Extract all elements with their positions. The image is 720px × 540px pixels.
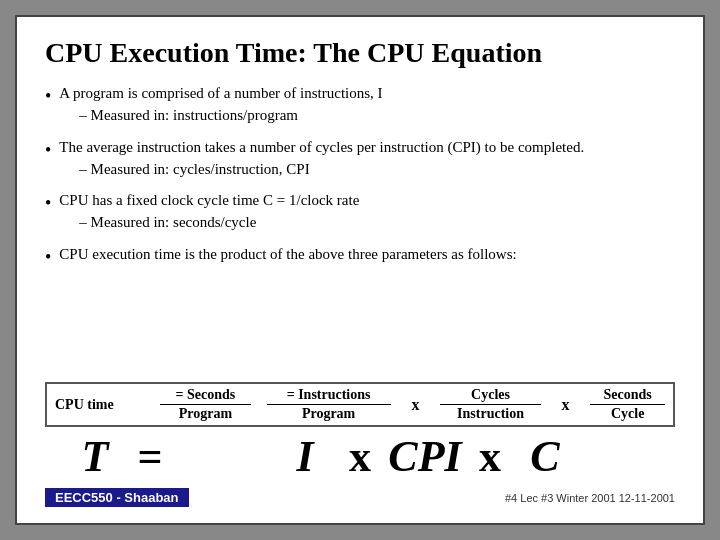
frac-top-3: Cycles — [440, 387, 540, 405]
frac-top-2: = Instructions — [267, 387, 391, 405]
bullet-section: • A program is comprised of a number of … — [45, 83, 675, 370]
frac-seconds-cycle: Seconds Cycle — [582, 383, 674, 426]
bullet-text-3: CPU has a fixed clock cycle time C = 1/c… — [59, 190, 675, 234]
formula-x1: x — [335, 431, 385, 482]
frac-cycles-instruction: Cycles Instruction — [432, 383, 548, 426]
bullet-dot-2: • — [45, 138, 51, 163]
frac-top-1: = Seconds — [160, 387, 250, 405]
frac-bottom-4: Cycle — [590, 405, 665, 422]
bullet-dot-3: • — [45, 191, 51, 216]
sub-item-2: – Measured in: cycles/instruction, CPI — [79, 158, 675, 181]
frac-bottom-3: Instruction — [440, 405, 540, 422]
equation-table: CPU time = Seconds Program = Instruction… — [45, 382, 675, 427]
x-label-2: x — [549, 383, 583, 426]
slide-info: #4 Lec #3 Winter 2001 12-11-2001 — [505, 492, 675, 504]
bullet-3: • CPU has a fixed clock cycle time C = 1… — [45, 190, 675, 234]
frac-top-4: Seconds — [590, 387, 665, 405]
bullet-text-1: A program is comprised of a number of in… — [59, 83, 675, 127]
frac-bottom-1: Program — [160, 405, 250, 422]
cpu-time-label: CPU time — [46, 383, 152, 426]
bullet-1: • A program is comprised of a number of … — [45, 83, 675, 127]
big-formula-row: T = I x CPI x C — [45, 427, 675, 484]
eecc-badge: EECC550 - Shaaban — [45, 488, 189, 507]
bullet-2: • The average instruction takes a number… — [45, 137, 675, 181]
bullet-dot-4: • — [45, 245, 51, 270]
sub-item-3: – Measured in: seconds/cycle — [79, 211, 675, 234]
formula-C: C — [515, 431, 575, 482]
formula-T: T — [65, 431, 125, 482]
slide-title: CPU Execution Time: The CPU Equation — [45, 37, 675, 69]
sub-item-1: – Measured in: instructions/program — [79, 104, 675, 127]
formula-eq: = — [125, 431, 175, 482]
bullet-text-2: The average instruction takes a number o… — [59, 137, 675, 181]
footer: EECC550 - Shaaban #4 Lec #3 Winter 2001 … — [45, 488, 675, 507]
frac-bottom-2: Program — [267, 405, 391, 422]
frac-seconds-program: = Seconds Program — [152, 383, 258, 426]
frac-instructions-program: = Instructions Program — [259, 383, 399, 426]
bullet-text-4: CPU execution time is the product of the… — [59, 244, 675, 265]
bullet-4: • CPU execution time is the product of t… — [45, 244, 675, 270]
formula-I: I — [275, 431, 335, 482]
bullet-dot-1: • — [45, 84, 51, 109]
slide: CPU Execution Time: The CPU Equation • A… — [15, 15, 705, 525]
equation-row: CPU time = Seconds Program = Instruction… — [46, 383, 674, 426]
formula-CPI: CPI — [385, 431, 465, 482]
x-label-1: x — [399, 383, 433, 426]
formula-x2: x — [465, 431, 515, 482]
